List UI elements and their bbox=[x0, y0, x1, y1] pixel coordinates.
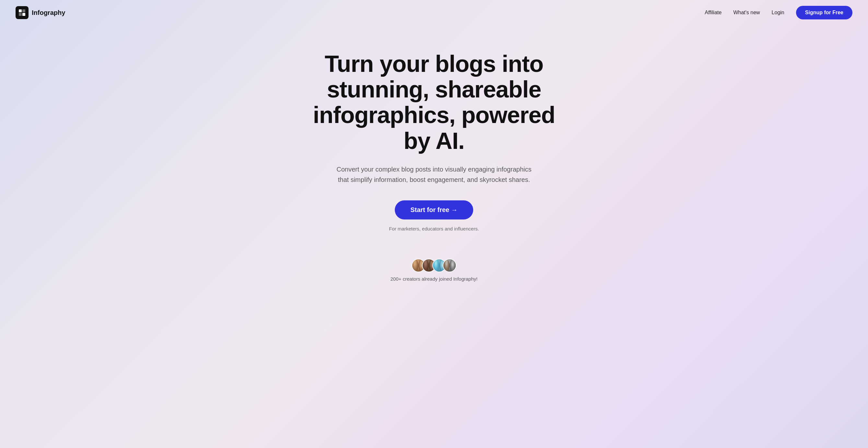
avatar-group bbox=[412, 259, 456, 272]
logo-link[interactable]: Infography bbox=[16, 6, 65, 19]
social-proof: 200+ creators already joined Infography! bbox=[391, 259, 478, 282]
svg-rect-2 bbox=[19, 13, 22, 16]
svg-rect-3 bbox=[22, 13, 25, 16]
svg-rect-1 bbox=[22, 9, 25, 12]
affiliate-link[interactable]: Affiliate bbox=[705, 10, 721, 15]
whats-new-link[interactable]: What's new bbox=[733, 10, 760, 15]
nav-links: Affiliate What's new Login Signup for Fr… bbox=[705, 6, 852, 20]
login-link[interactable]: Login bbox=[772, 10, 784, 15]
avatar-4 bbox=[443, 259, 456, 272]
social-proof-text: 200+ creators already joined Infography! bbox=[391, 276, 478, 282]
hero-section: Turn your blogs into stunning, shareable… bbox=[288, 25, 580, 301]
hero-cta-button[interactable]: Start for free → bbox=[395, 200, 473, 219]
signup-button[interactable]: Signup for Free bbox=[796, 6, 852, 20]
hero-title: Turn your blogs into stunning, shareable… bbox=[301, 51, 567, 154]
svg-rect-0 bbox=[19, 9, 22, 12]
hero-subtitle: Convert your complex blog posts into vis… bbox=[334, 164, 534, 185]
brand-name: Infography bbox=[32, 9, 65, 16]
navbar: Infography Affiliate What's new Login Si… bbox=[0, 0, 868, 25]
logo-icon bbox=[16, 6, 29, 19]
hero-tagline: For marketers, educators and influencers… bbox=[389, 226, 479, 232]
